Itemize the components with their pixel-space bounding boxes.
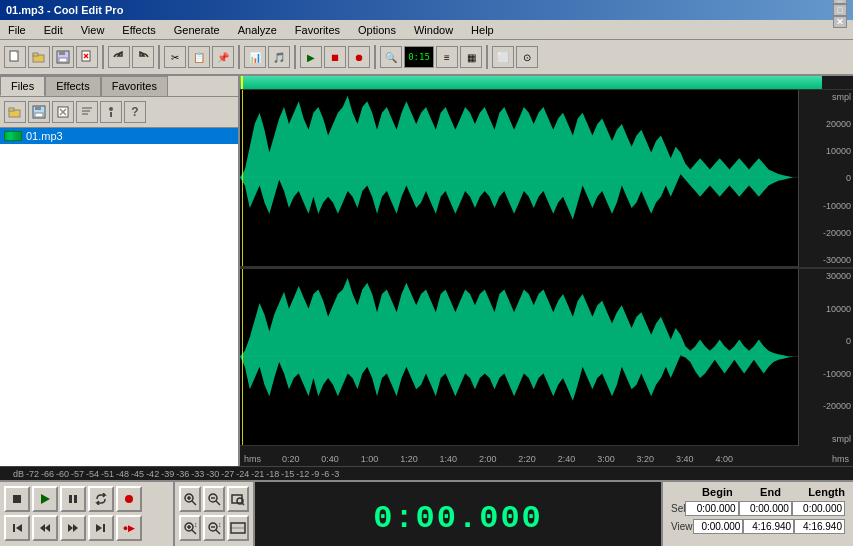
toolbar-copy[interactable]: 📋 xyxy=(188,46,210,68)
record-button[interactable] xyxy=(116,486,142,512)
svg-marker-33 xyxy=(45,524,50,532)
scale-0-ch1: 0 xyxy=(801,173,851,183)
tab-files[interactable]: Files xyxy=(0,76,45,96)
toolbar-cut[interactable]: ✂ xyxy=(164,46,186,68)
channel-1[interactable] xyxy=(240,90,798,267)
stop-button[interactable] xyxy=(4,486,30,512)
sel-end-value[interactable]: 0:00.000 xyxy=(739,501,792,516)
zoom-in-vertical[interactable]: ↕ xyxy=(179,515,201,541)
menu-analyze[interactable]: Analyze xyxy=(234,23,281,37)
time-1:40: 1:40 xyxy=(440,454,458,464)
scale--20000: -20000 xyxy=(801,228,851,238)
toolbar-paste[interactable]: 📌 xyxy=(212,46,234,68)
level--66: -66 xyxy=(41,469,54,479)
file-save-btn[interactable] xyxy=(28,101,50,123)
timeline-inner: 0:20 0:40 1:00 1:20 1:40 2:00 2:20 2:40 … xyxy=(265,446,828,466)
zoom-in-horizontal[interactable] xyxy=(179,486,201,512)
svg-marker-38 xyxy=(96,524,102,532)
tab-favorites[interactable]: Favorites xyxy=(101,76,168,96)
zoom-out-horizontal[interactable] xyxy=(203,486,225,512)
maximize-button[interactable]: □ xyxy=(833,4,847,16)
toolbar-sep-6 xyxy=(486,45,488,69)
overview-bar[interactable] xyxy=(240,76,853,90)
file-open-btn[interactable] xyxy=(4,101,26,123)
toolbar-waveform-view[interactable]: ≡ xyxy=(436,46,458,68)
file-sort-btn[interactable] xyxy=(76,101,98,123)
punch-record-button[interactable]: ●▶ xyxy=(116,515,142,541)
toolbar-play[interactable]: ▶ xyxy=(300,46,322,68)
file-close-btn[interactable] xyxy=(52,101,74,123)
svg-rect-12 xyxy=(35,106,41,110)
go-start-button[interactable] xyxy=(4,515,30,541)
toolbar-time-display: 0:15 xyxy=(404,46,434,68)
timeline: hms 0:20 0:40 1:00 1:20 1:40 2:00 2:20 2… xyxy=(240,446,853,466)
main-area: Files Effects Favorites ? xyxy=(0,76,853,466)
zoom-selection[interactable] xyxy=(227,486,249,512)
file-icon xyxy=(4,131,22,141)
zoom-row-1 xyxy=(179,486,249,512)
sel-begin-value[interactable]: 0:00.000 xyxy=(685,501,738,516)
toolbar-new[interactable] xyxy=(4,46,26,68)
toolbar-analyze[interactable]: 📊 xyxy=(244,46,266,68)
timeline-end: hms xyxy=(828,452,853,466)
toolbar-stop[interactable]: ⏹ xyxy=(324,46,346,68)
svg-rect-21 xyxy=(110,112,112,117)
svg-rect-29 xyxy=(74,495,77,503)
level--54: -54 xyxy=(86,469,99,479)
toolbar-redo[interactable] xyxy=(132,46,154,68)
toolbar-lasso[interactable]: ⊙ xyxy=(516,46,538,68)
view-end-value[interactable]: 4:16.940 xyxy=(743,519,794,534)
toolbar-open[interactable] xyxy=(28,46,50,68)
channel-2[interactable] xyxy=(240,269,798,446)
menu-edit[interactable]: Edit xyxy=(40,23,67,37)
file-item[interactable]: 01.mp3 xyxy=(0,128,238,144)
file-props-btn[interactable] xyxy=(100,101,122,123)
toolbar-undo[interactable] xyxy=(108,46,130,68)
scale-smpl-top: smpl xyxy=(801,92,851,102)
svg-rect-26 xyxy=(13,495,21,503)
level--24: -24 xyxy=(236,469,249,479)
toolbar-record[interactable]: ⏺ xyxy=(348,46,370,68)
view-begin-value[interactable]: 0:00.000 xyxy=(693,519,744,534)
fast-forward-button[interactable] xyxy=(60,515,86,541)
level--30: -30 xyxy=(206,469,219,479)
menu-bar: File Edit View Effects Generate Analyze … xyxy=(0,20,853,40)
level--15: -15 xyxy=(281,469,294,479)
zoom-full-view[interactable] xyxy=(227,515,249,541)
tab-effects[interactable]: Effects xyxy=(45,76,100,96)
menu-window[interactable]: Window xyxy=(410,23,457,37)
loop-button[interactable] xyxy=(88,486,114,512)
level--45: -45 xyxy=(131,469,144,479)
menu-generate[interactable]: Generate xyxy=(170,23,224,37)
menu-file[interactable]: File xyxy=(4,23,30,37)
toolbar-effects[interactable]: 🎵 xyxy=(268,46,290,68)
file-help-btn[interactable]: ? xyxy=(124,101,146,123)
level--36: -36 xyxy=(176,469,189,479)
toolbar-zoom-in[interactable]: 🔍 xyxy=(380,46,402,68)
svg-point-20 xyxy=(109,107,113,111)
menu-help[interactable]: Help xyxy=(467,23,498,37)
toolbar-save[interactable] xyxy=(52,46,74,68)
menu-favorites[interactable]: Favorites xyxy=(291,23,344,37)
zoom-out-vertical[interactable]: ↕ xyxy=(203,515,225,541)
scale-ch1: smpl 20000 10000 0 -10000 -20000 -30000 xyxy=(798,90,853,267)
menu-view[interactable]: View xyxy=(77,23,109,37)
menu-effects[interactable]: Effects xyxy=(118,23,159,37)
close-button[interactable]: ✕ xyxy=(833,16,847,28)
menu-options[interactable]: Options xyxy=(354,23,400,37)
toolbar-sep-3 xyxy=(238,45,240,69)
svg-marker-32 xyxy=(16,524,22,532)
svg-line-48 xyxy=(242,503,244,505)
level--27: -27 xyxy=(221,469,234,479)
toolbar-close[interactable] xyxy=(76,46,98,68)
pause-button[interactable] xyxy=(60,486,86,512)
overview-progress xyxy=(240,76,822,89)
begin-header: Begin xyxy=(702,486,733,498)
rewind-button[interactable] xyxy=(32,515,58,541)
svg-marker-34 xyxy=(40,524,45,532)
toolbar-spectral-view[interactable]: ▦ xyxy=(460,46,482,68)
level--33: -33 xyxy=(191,469,204,479)
toolbar-select[interactable]: ⬜ xyxy=(492,46,514,68)
go-end-button[interactable] xyxy=(88,515,114,541)
play-button[interactable] xyxy=(32,486,58,512)
